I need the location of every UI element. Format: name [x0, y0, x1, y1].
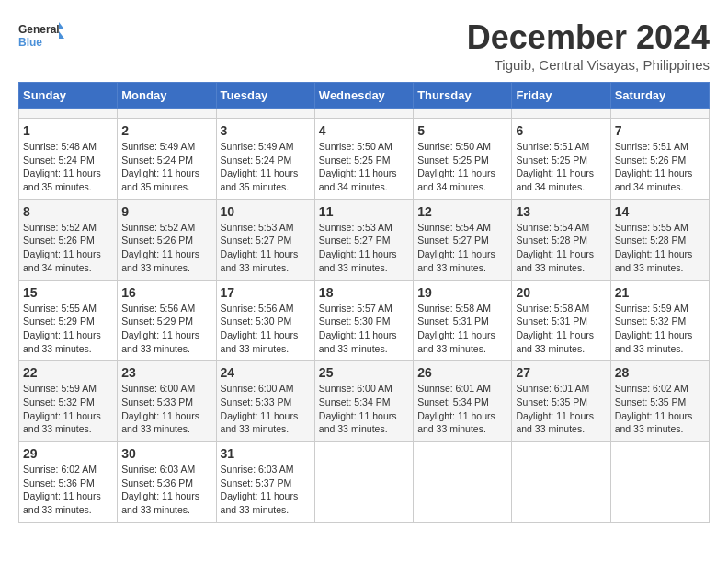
day-number: 16: [121, 285, 211, 300]
day-number: 18: [319, 285, 409, 300]
day-number: 30: [121, 446, 211, 461]
day-detail: Sunrise: 6:00 AM Sunset: 5:33 PM Dayligh…: [221, 382, 311, 436]
day-number: 23: [121, 365, 211, 380]
calendar-cell: 22 Sunrise: 5:59 AM Sunset: 5:32 PM Dayl…: [19, 361, 118, 442]
day-number: 10: [221, 204, 311, 219]
header-friday: Friday: [512, 83, 610, 109]
svg-text:Blue: Blue: [18, 36, 42, 49]
calendar-cell: 13 Sunrise: 5:54 AM Sunset: 5:28 PM Dayl…: [512, 199, 610, 280]
calendar-cell: [314, 109, 413, 119]
calendar-cell: [118, 109, 216, 119]
calendar-cell: 19 Sunrise: 5:58 AM Sunset: 5:31 PM Dayl…: [414, 280, 512, 361]
calendar-cell: 27 Sunrise: 6:01 AM Sunset: 5:35 PM Dayl…: [512, 361, 610, 442]
day-detail: Sunrise: 5:53 AM Sunset: 5:27 PM Dayligh…: [319, 221, 409, 275]
calendar-cell: 15 Sunrise: 5:55 AM Sunset: 5:29 PM Dayl…: [19, 280, 118, 361]
calendar-cell: [19, 109, 118, 119]
day-detail: Sunrise: 6:00 AM Sunset: 5:34 PM Dayligh…: [319, 382, 409, 436]
header-sunday: Sunday: [19, 83, 118, 109]
calendar-cell: 11 Sunrise: 5:53 AM Sunset: 5:27 PM Dayl…: [314, 199, 413, 280]
calendar-cell: 31 Sunrise: 6:03 AM Sunset: 5:37 PM Dayl…: [216, 442, 314, 523]
day-detail: Sunrise: 6:01 AM Sunset: 5:34 PM Dayligh…: [417, 382, 507, 436]
calendar-cell: 26 Sunrise: 6:01 AM Sunset: 5:34 PM Dayl…: [414, 361, 512, 442]
day-number: 21: [615, 285, 705, 300]
day-detail: Sunrise: 6:02 AM Sunset: 5:36 PM Dayligh…: [23, 463, 113, 517]
calendar-cell: 5 Sunrise: 5:50 AM Sunset: 5:25 PM Dayli…: [414, 119, 512, 200]
day-number: 11: [319, 204, 409, 219]
calendar-cell: 10 Sunrise: 5:53 AM Sunset: 5:27 PM Dayl…: [216, 199, 314, 280]
day-detail: Sunrise: 5:58 AM Sunset: 5:31 PM Dayligh…: [417, 302, 507, 356]
calendar-cell: [610, 442, 709, 523]
calendar-cell: [314, 442, 413, 523]
day-detail: Sunrise: 5:56 AM Sunset: 5:29 PM Dayligh…: [121, 302, 211, 356]
header: General Blue December 2024 Tiguib, Centr…: [18, 18, 710, 73]
calendar-cell: [414, 442, 512, 523]
calendar-cell: 16 Sunrise: 5:56 AM Sunset: 5:29 PM Dayl…: [118, 280, 216, 361]
calendar-cell: 3 Sunrise: 5:49 AM Sunset: 5:24 PM Dayli…: [216, 119, 314, 200]
logo-svg: General Blue: [18, 18, 64, 55]
calendar-week-4: 22 Sunrise: 5:59 AM Sunset: 5:32 PM Dayl…: [19, 361, 710, 442]
calendar-cell: 7 Sunrise: 5:51 AM Sunset: 5:26 PM Dayli…: [610, 119, 709, 200]
day-detail: Sunrise: 5:51 AM Sunset: 5:26 PM Dayligh…: [615, 140, 705, 194]
calendar-cell: 12 Sunrise: 5:54 AM Sunset: 5:27 PM Dayl…: [414, 199, 512, 280]
day-number: 6: [516, 123, 606, 138]
day-detail: Sunrise: 5:49 AM Sunset: 5:24 PM Dayligh…: [121, 140, 211, 194]
day-number: 20: [516, 285, 606, 300]
day-detail: Sunrise: 5:55 AM Sunset: 5:28 PM Dayligh…: [615, 221, 705, 275]
day-detail: Sunrise: 5:51 AM Sunset: 5:25 PM Dayligh…: [516, 140, 606, 194]
calendar-cell: 1 Sunrise: 5:48 AM Sunset: 5:24 PM Dayli…: [19, 119, 118, 200]
title-area: December 2024 Tiguib, Central Visayas, P…: [467, 18, 710, 73]
day-number: 9: [121, 204, 211, 219]
calendar-subtitle: Tiguib, Central Visayas, Philippines: [467, 57, 710, 73]
day-detail: Sunrise: 6:00 AM Sunset: 5:33 PM Dayligh…: [121, 382, 211, 436]
logo: General Blue: [18, 18, 64, 55]
calendar-cell: 30 Sunrise: 6:03 AM Sunset: 5:36 PM Dayl…: [118, 442, 216, 523]
day-detail: Sunrise: 5:55 AM Sunset: 5:29 PM Dayligh…: [23, 302, 113, 356]
header-tuesday: Tuesday: [216, 83, 314, 109]
calendar-cell: [216, 109, 314, 119]
day-detail: Sunrise: 6:02 AM Sunset: 5:35 PM Dayligh…: [615, 382, 705, 436]
day-number: 3: [221, 123, 311, 138]
day-number: 31: [221, 446, 311, 461]
calendar-cell: [512, 442, 610, 523]
calendar-week-2: 8 Sunrise: 5:52 AM Sunset: 5:26 PM Dayli…: [19, 199, 710, 280]
calendar-cell: [414, 109, 512, 119]
header-monday: Monday: [118, 83, 216, 109]
day-detail: Sunrise: 5:59 AM Sunset: 5:32 PM Dayligh…: [23, 382, 113, 436]
day-detail: Sunrise: 5:57 AM Sunset: 5:30 PM Dayligh…: [319, 302, 409, 356]
header-saturday: Saturday: [610, 83, 709, 109]
calendar-cell: 8 Sunrise: 5:52 AM Sunset: 5:26 PM Dayli…: [19, 199, 118, 280]
day-detail: Sunrise: 5:49 AM Sunset: 5:24 PM Dayligh…: [221, 140, 311, 194]
day-number: 15: [23, 285, 113, 300]
day-detail: Sunrise: 5:52 AM Sunset: 5:26 PM Dayligh…: [23, 221, 113, 275]
day-number: 26: [417, 365, 507, 380]
calendar-cell: 14 Sunrise: 5:55 AM Sunset: 5:28 PM Dayl…: [610, 199, 709, 280]
calendar-cell: [610, 109, 709, 119]
calendar-cell: 28 Sunrise: 6:02 AM Sunset: 5:35 PM Dayl…: [610, 361, 709, 442]
day-detail: Sunrise: 5:50 AM Sunset: 5:25 PM Dayligh…: [417, 140, 507, 194]
calendar-cell: 20 Sunrise: 5:58 AM Sunset: 5:31 PM Dayl…: [512, 280, 610, 361]
day-number: 14: [615, 204, 705, 219]
calendar-title: December 2024: [467, 18, 710, 57]
day-detail: Sunrise: 6:01 AM Sunset: 5:35 PM Dayligh…: [516, 382, 606, 436]
header-wednesday: Wednesday: [314, 83, 413, 109]
day-number: 19: [417, 285, 507, 300]
day-number: 22: [23, 365, 113, 380]
svg-marker-3: [59, 31, 64, 39]
day-detail: Sunrise: 6:03 AM Sunset: 5:36 PM Dayligh…: [121, 463, 211, 517]
day-number: 1: [23, 123, 113, 138]
calendar-cell: 18 Sunrise: 5:57 AM Sunset: 5:30 PM Dayl…: [314, 280, 413, 361]
svg-text:General: General: [18, 23, 60, 36]
calendar-week-1: 1 Sunrise: 5:48 AM Sunset: 5:24 PM Dayli…: [19, 119, 710, 200]
calendar-cell: 4 Sunrise: 5:50 AM Sunset: 5:25 PM Dayli…: [314, 119, 413, 200]
calendar-cell: 6 Sunrise: 5:51 AM Sunset: 5:25 PM Dayli…: [512, 119, 610, 200]
day-detail: Sunrise: 5:52 AM Sunset: 5:26 PM Dayligh…: [121, 221, 211, 275]
day-number: 17: [221, 285, 311, 300]
day-detail: Sunrise: 5:54 AM Sunset: 5:28 PM Dayligh…: [516, 221, 606, 275]
day-detail: Sunrise: 5:59 AM Sunset: 5:32 PM Dayligh…: [615, 302, 705, 356]
day-number: 2: [121, 123, 211, 138]
calendar-cell: 29 Sunrise: 6:02 AM Sunset: 5:36 PM Dayl…: [19, 442, 118, 523]
calendar-cell: 25 Sunrise: 6:00 AM Sunset: 5:34 PM Dayl…: [314, 361, 413, 442]
calendar-cell: 23 Sunrise: 6:00 AM Sunset: 5:33 PM Dayl…: [118, 361, 216, 442]
day-number: 5: [417, 123, 507, 138]
day-number: 28: [615, 365, 705, 380]
